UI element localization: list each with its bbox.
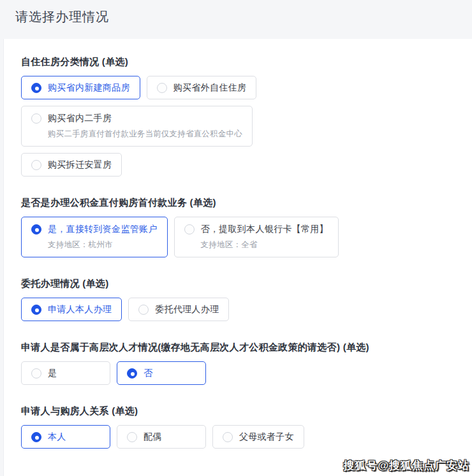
option-yes-supervised-account[interactable]: 是，直接转到资金监管账户 支持地区：杭州市 — [21, 217, 168, 257]
option-label: 是 — [48, 368, 57, 379]
section-label-high-level-talent: 申请人是否属于高层次人才情况(缴存地无高层次人才公积金政策的请选否) (单选) — [21, 342, 459, 354]
option-label: 父母或者子女 — [239, 431, 294, 443]
option-talent-yes[interactable]: 是 — [21, 361, 110, 385]
radio-icon — [31, 160, 41, 170]
option-row: 购买省内新建商品房 购买省外自住住房 — [21, 76, 459, 99]
option-main: 购买省外自住住房 — [157, 82, 246, 94]
option-row: 购买省内二手房 购买二手房直付首付款业务当前仅支持省直公积金中心 — [21, 106, 459, 147]
option-label: 本人 — [48, 431, 66, 443]
option-label: 购买省外自住住房 — [173, 82, 246, 94]
radio-icon — [184, 224, 195, 234]
option-row: 是，直接转到资金监管账户 支持地区：杭州市 否，提取到本人银行卡【常用】 支持地… — [21, 217, 459, 257]
radio-icon — [31, 83, 41, 93]
section-high-level-talent: 申请人是否属于高层次人才情况(缴存地无高层次人才公积金政策的请选否) (单选) … — [21, 342, 459, 385]
section-label-buyer-relationship: 申请人与购房人关系 (单选) — [21, 405, 459, 417]
radio-icon — [31, 432, 41, 442]
radio-icon — [31, 113, 41, 124]
option-agent-handle[interactable]: 委托代理人办理 — [128, 298, 229, 321]
option-subtext: 支持地区：全省 — [184, 240, 328, 250]
section-label-direct-payment: 是否是办理公积金直付购房首付款业务 (单选) — [21, 197, 459, 209]
option-main: 购买拆迁安置房 — [31, 159, 112, 171]
option-main: 购买省内二手房 — [31, 113, 242, 124]
option-main: 购买省内新建商品房 — [31, 82, 130, 94]
section-label-housing-type: 自住住房分类情况 (单选) — [21, 56, 459, 68]
option-label: 购买省内二手房 — [48, 113, 112, 124]
page-title: 请选择办理情况 — [15, 8, 109, 25]
option-relation-self[interactable]: 本人 — [21, 425, 110, 449]
radio-icon — [31, 305, 41, 315]
option-label: 配偶 — [144, 431, 162, 443]
option-label: 是，直接转到资金监管账户 — [48, 224, 158, 235]
radio-icon — [127, 368, 137, 379]
section-housing-type: 自住住房分类情况 (单选) 购买省内新建商品房 购买省外自住住房 购买省内二手房 — [21, 56, 459, 177]
option-main: 是，直接转到资金监管账户 — [31, 224, 158, 235]
option-resettlement-housing[interactable]: 购买拆迁安置房 — [21, 153, 122, 177]
option-row: 本人 配偶 父母或者子女 — [21, 425, 459, 449]
option-main: 申请人本人办理 — [31, 304, 112, 315]
option-label: 委托代理人办理 — [155, 304, 219, 315]
section-buyer-relationship: 申请人与购房人关系 (单选) 本人 配偶 父母或者子女 — [21, 405, 459, 449]
section-label-entrust-handling: 委托办理情况 (单选) — [21, 278, 459, 290]
option-no-withdraw-to-bank-card[interactable]: 否，提取到本人银行卡【常用】 支持地区：全省 — [174, 217, 339, 257]
option-row: 申请人本人办理 委托代理人办理 — [21, 298, 459, 321]
option-main: 父母或者子女 — [223, 431, 294, 443]
option-main: 委托代理人办理 — [138, 304, 219, 315]
radio-icon — [127, 432, 137, 442]
option-main: 本人 — [31, 431, 100, 443]
form-card: 自住住房分类情况 (单选) 购买省内新建商品房 购买省外自住住房 购买省内二手房 — [3, 39, 472, 476]
option-label: 购买拆迁安置房 — [48, 159, 112, 171]
section-entrust-handling: 委托办理情况 (单选) 申请人本人办理 委托代理人办理 — [21, 278, 459, 321]
option-row: 购买拆迁安置房 — [21, 153, 459, 177]
radio-icon — [31, 224, 41, 234]
radio-icon — [223, 432, 233, 442]
option-label: 申请人本人办理 — [48, 304, 112, 315]
option-province-secondhand-housing[interactable]: 购买省内二手房 购买二手房直付首付款业务当前仅支持省直公积金中心 — [21, 106, 253, 147]
option-main: 否 — [127, 368, 196, 379]
option-talent-no[interactable]: 否 — [117, 361, 206, 385]
option-main: 否，提取到本人银行卡【常用】 — [184, 224, 328, 235]
option-province-new-commodity-housing[interactable]: 购买省内新建商品房 — [21, 76, 140, 99]
option-label: 否 — [144, 368, 152, 379]
radio-icon — [157, 83, 167, 93]
option-relation-parents-or-children[interactable]: 父母或者子女 — [212, 425, 304, 449]
option-relation-spouse[interactable]: 配偶 — [117, 425, 206, 449]
option-row: 是 否 — [21, 361, 459, 385]
radio-icon — [31, 368, 41, 379]
option-main: 配偶 — [127, 431, 196, 443]
option-label: 否，提取到本人银行卡【常用】 — [201, 224, 328, 235]
option-out-of-province-housing[interactable]: 购买省外自住住房 — [147, 76, 256, 99]
option-subtext: 支持地区：杭州市 — [31, 240, 158, 250]
option-applicant-self-handle[interactable]: 申请人本人办理 — [21, 298, 122, 321]
option-subtext: 购买二手房直付首付款业务当前仅支持省直公积金中心 — [31, 129, 242, 140]
option-label: 购买省内新建商品房 — [48, 82, 130, 94]
watermark: 搜狐号@搜狐焦点广安站 — [343, 458, 469, 473]
radio-icon — [138, 305, 149, 315]
option-main: 是 — [31, 368, 100, 379]
section-direct-payment: 是否是办理公积金直付购房首付款业务 (单选) 是，直接转到资金监管账户 支持地区… — [21, 197, 459, 257]
